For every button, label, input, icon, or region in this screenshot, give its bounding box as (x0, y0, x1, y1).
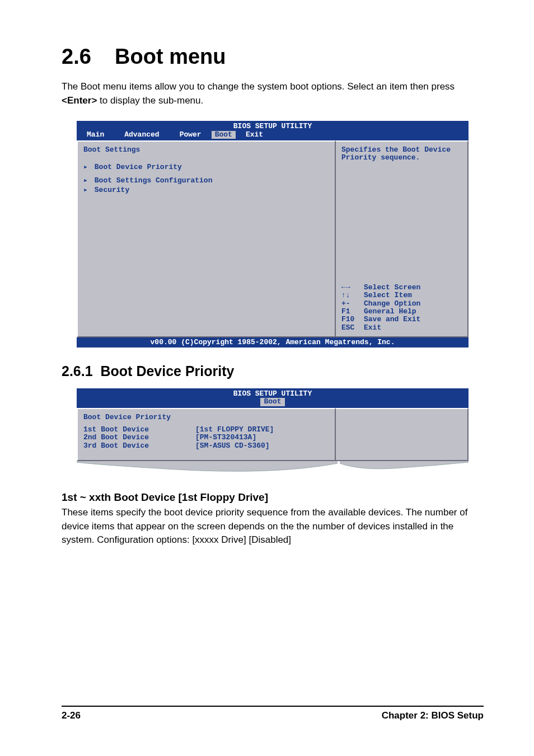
section-name: Boot menu (115, 45, 226, 68)
tab-boot: Boot (212, 131, 236, 139)
menu-item-boot-settings-configuration: ▸ Boot Settings Configuration (83, 176, 329, 185)
intro-enter: <Enter> (62, 95, 97, 106)
boot-device-row-1: 1st Boot Device[1st FLOPPY DRIVE] (83, 426, 329, 434)
boot-device-row-3: 3rd Boot Device[SM-ASUS CD-S360] (83, 442, 329, 450)
bios-right-panel (336, 408, 469, 461)
section-heading: 2.6 Boot menu (62, 45, 484, 69)
row-label: 1st Boot Device (83, 426, 195, 434)
bios-left-header: Boot Settings (83, 146, 329, 154)
key: +- (341, 300, 364, 308)
arrow-icon: ▸ (83, 163, 90, 171)
menu-item-label: Boot Settings Configuration (95, 176, 213, 185)
bios-help-text: Specifies the Boot Device Priority seque… (341, 146, 462, 162)
row-value: [PM-ST320413A] (195, 434, 256, 442)
key-desc: Change Option (364, 300, 420, 308)
option-body: These items specify the boot device prio… (62, 506, 484, 547)
tab-advanced: Advanced (114, 131, 169, 139)
key: ↑↓ (341, 292, 364, 299)
key: ←→ (341, 284, 364, 292)
tab-power: Power (170, 131, 212, 139)
page-curl-divider (77, 461, 469, 476)
bios-screenshot-boot-device-priority: BIOS SETUP UTILITY Boot Boot Device Prio… (77, 388, 469, 461)
bios-tabs: Boot (77, 398, 469, 407)
tab-main: Main (77, 131, 114, 139)
boot-device-row-2: 2nd Boot Device[PM-ST320413A] (83, 434, 329, 442)
arrow-icon: ▸ (83, 186, 90, 194)
page-footer: 2-26 Chapter 2: BIOS Setup (62, 706, 484, 721)
subsection-number: 2.6.1 (62, 363, 93, 379)
bios-left-panel: Boot Device Priority 1st Boot Device[1st… (77, 408, 336, 461)
key-desc: Select Screen (364, 284, 420, 292)
intro-part2: to display the sub-menu. (97, 95, 203, 106)
menu-item-boot-device-priority: ▸ Boot Device Priority (83, 163, 329, 172)
subsection-title: Boot Device Priority (101, 363, 235, 379)
bios-footer: v00.00 (C)Copyright 1985-2002, American … (77, 337, 469, 348)
key-desc: General Help (364, 308, 416, 316)
bios-tabs: Main Advanced Power Boot Exit (77, 131, 469, 140)
bios-key-legend: ←→Select Screen ↑↓Select Item +-Change O… (341, 284, 462, 332)
row-label: 3rd Boot Device (83, 442, 195, 450)
bios-title: BIOS SETUP UTILITY (77, 121, 469, 130)
intro-part1: The Boot menu items allow you to change … (62, 81, 455, 92)
option-heading: 1st ~ xxth Boot Device [1st Floppy Drive… (62, 491, 484, 504)
key: ESC (341, 324, 364, 332)
bios-left-header: Boot Device Priority (83, 414, 329, 421)
row-value: [1st FLOPPY DRIVE] (195, 426, 274, 434)
chapter-label: Chapter 2: BIOS Setup (382, 710, 484, 721)
key-desc: Select Item (364, 292, 412, 299)
key-desc: Save and Exit (364, 316, 420, 323)
tab-exit: Exit (236, 131, 273, 139)
page-number: 2-26 (62, 710, 81, 721)
row-value: [SM-ASUS CD-S360] (195, 442, 270, 450)
bios-screenshot-boot-settings: BIOS SETUP UTILITY Main Advanced Power B… (77, 121, 469, 348)
subsection-heading: 2.6.1 Boot Device Priority (62, 363, 484, 379)
bios-left-panel: Boot Settings ▸ Boot Device Priority ▸ B… (77, 140, 336, 337)
key-desc: Exit (364, 324, 381, 332)
arrow-icon: ▸ (83, 177, 90, 185)
menu-item-security: ▸ Security (83, 186, 329, 195)
section-number: 2.6 (62, 45, 91, 68)
key: F1 (341, 308, 364, 316)
menu-item-label: Security (95, 186, 129, 194)
key: F10 (341, 316, 364, 323)
bios-right-panel: Specifies the Boot Device Priority seque… (336, 140, 469, 337)
bios-title: BIOS SETUP UTILITY (77, 388, 469, 398)
row-label: 2nd Boot Device (83, 434, 195, 442)
intro-paragraph: The Boot menu items allow you to change … (62, 80, 484, 107)
menu-item-label: Boot Device Priority (95, 163, 182, 171)
tab-boot: Boot (260, 398, 284, 406)
